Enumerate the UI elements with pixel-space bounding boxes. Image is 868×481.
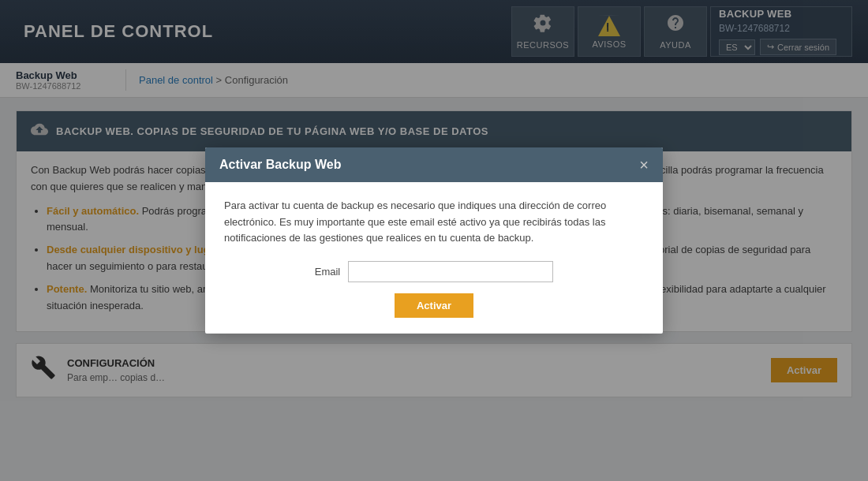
email-row: Email xyxy=(315,261,554,282)
modal-overlay: Activar Backup Web × Para activar tu cue… xyxy=(0,0,868,481)
modal-header: Activar Backup Web × xyxy=(205,147,663,182)
modal: Activar Backup Web × Para activar tu cue… xyxy=(205,147,663,334)
modal-body: Para activar tu cuenta de backup es nece… xyxy=(205,182,663,334)
modal-title: Activar Backup Web xyxy=(219,158,341,172)
email-label: Email xyxy=(315,266,341,278)
modal-form: Email Activar xyxy=(224,261,644,318)
modal-description: Para activar tu cuenta de backup es nece… xyxy=(224,198,644,247)
modal-close-button[interactable]: × xyxy=(639,157,649,173)
modal-activate-button[interactable]: Activar xyxy=(395,293,473,318)
email-input[interactable] xyxy=(348,261,553,282)
